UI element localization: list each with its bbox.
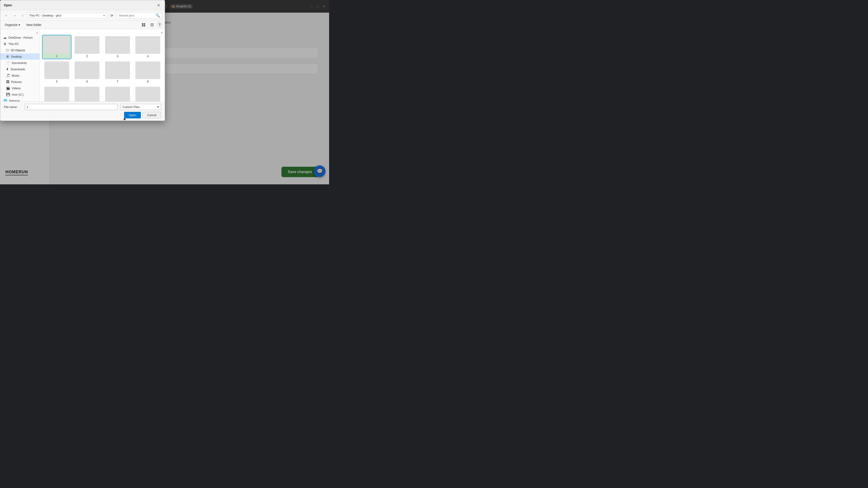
- sidebar-item-network[interactable]: 🌐 Network: [0, 98, 39, 101]
- downloads-label: Downloads: [11, 68, 25, 71]
- videos-label: Videos: [12, 87, 21, 90]
- 3dobjects-label: 3D Objects: [11, 48, 25, 52]
- thispc-icon: 🖥: [3, 42, 6, 46]
- file-label-2: 2: [86, 55, 88, 58]
- nav-up-button[interactable]: ↑: [20, 13, 25, 18]
- sidebar-item-thispc[interactable]: 🖥 This PC: [0, 41, 39, 47]
- filename-input[interactable]: [25, 104, 118, 110]
- sidebar-scroll-up-icon[interactable]: ▲: [36, 31, 38, 34]
- filename-row: File name: Custom Files: [4, 104, 161, 110]
- filetype-select[interactable]: Custom Files: [121, 104, 161, 110]
- breadcrumb-dropdown-icon[interactable]: ▾: [103, 14, 105, 17]
- svg-rect-3: [144, 23, 145, 25]
- svg-rect-7: [151, 25, 154, 25]
- view-controls: ?: [140, 22, 162, 28]
- nav-refresh-button[interactable]: ⟳: [109, 13, 115, 18]
- file-label-5: 5: [56, 80, 58, 83]
- files-scroll-up-icon[interactable]: ▲: [161, 31, 163, 33]
- file-thumb-4[interactable]: 4: [133, 35, 162, 59]
- nav-back-button[interactable]: ←: [3, 13, 10, 18]
- file-label-4: 4: [147, 55, 149, 58]
- file-thumb-2[interactable]: 2: [73, 35, 101, 59]
- nav-forward-button[interactable]: →: [11, 13, 18, 18]
- svg-rect-5: [144, 25, 145, 26]
- file-image-2: [74, 36, 99, 54]
- file-thumb-1[interactable]: 1: [42, 35, 71, 59]
- file-image-11: [105, 87, 130, 101]
- details-view-button[interactable]: [149, 22, 156, 28]
- sidebar-item-desktop[interactable]: 🖥 Desktop: [0, 53, 39, 60]
- dialog-actions-bar: Organize ▾ New folder ?: [0, 21, 165, 29]
- music-label: Music: [12, 74, 20, 77]
- file-thumb-11[interactable]: 11: [103, 86, 132, 101]
- sidebar-item-documents[interactable]: 📄 Documents: [0, 60, 39, 66]
- svg-rect-6: [151, 24, 154, 24]
- help-button[interactable]: ?: [157, 22, 162, 27]
- file-thumb-9[interactable]: 9: [42, 86, 71, 101]
- file-image-5: [44, 61, 69, 79]
- file-image-7: [105, 61, 130, 79]
- search-input[interactable]: [119, 14, 154, 17]
- dialog-title: Open: [4, 3, 12, 7]
- cancel-button[interactable]: Cancel: [143, 112, 161, 119]
- search-icon: 🔍: [156, 13, 160, 18]
- file-thumb-5[interactable]: 5: [42, 61, 71, 84]
- filename-label: File name:: [4, 105, 22, 109]
- sidebar-item-downloads[interactable]: ⬇ Downloads: [0, 66, 39, 72]
- desktop-icon: 🖥: [6, 55, 9, 58]
- file-dialog: Open ✕ ← → ↑ This PC › Desktop › pics ▾ …: [0, 0, 165, 121]
- dialog-buttons-row: Open Cancel: [4, 112, 161, 119]
- file-thumb-7[interactable]: 7: [103, 61, 132, 84]
- files-grid: 1 2 3 4 5: [41, 34, 163, 101]
- file-thumb-10[interactable]: 10: [73, 86, 101, 101]
- onedrive-label: OneDrive - Person: [8, 36, 33, 39]
- desktop-label: Desktop: [11, 55, 22, 58]
- pictures-icon: 🖼: [6, 80, 9, 84]
- file-thumb-6[interactable]: 6: [73, 61, 101, 84]
- new-folder-button[interactable]: New folder: [25, 22, 43, 28]
- file-dialog-overlay: Open ✕ ← → ↑ This PC › Desktop › pics ▾ …: [0, 0, 329, 184]
- file-thumb-8[interactable]: 8: [133, 61, 162, 84]
- videos-icon: 🎬: [6, 86, 10, 90]
- file-image-12: [135, 87, 160, 101]
- sidebar-item-videos[interactable]: 🎬 Videos: [0, 85, 39, 91]
- dialog-files-area: ▲ 1 2 3: [40, 29, 165, 101]
- organize-button[interactable]: Organize ▾: [3, 22, 22, 28]
- 3dobjects-icon: ⬡: [6, 48, 9, 52]
- sidebar-item-pictures[interactable]: 🖼 Pictures: [0, 78, 39, 85]
- file-label-6: 6: [86, 80, 88, 83]
- file-label-3: 3: [117, 55, 118, 58]
- file-image-4: [135, 36, 160, 54]
- dialog-toolbar: ← → ↑ This PC › Desktop › pics ▾ ⟳ 🔍: [0, 10, 165, 21]
- onedrive-icon: ☁: [3, 36, 6, 39]
- view-icon-button[interactable]: [140, 22, 147, 28]
- acer-label: Acer (C:): [12, 93, 24, 96]
- sidebar-item-3dobjects[interactable]: ⬡ 3D Objects: [0, 47, 39, 53]
- svg-rect-8: [151, 26, 154, 26]
- dialog-sidebar: ▲ ☁ OneDrive - Person 🖥 This PC ⬡ 3D Obj…: [0, 29, 40, 101]
- open-button[interactable]: Open: [124, 112, 141, 119]
- network-icon: 🌐: [3, 99, 7, 101]
- file-label-1: 1: [56, 55, 58, 58]
- downloads-icon: ⬇: [6, 67, 9, 71]
- breadcrumb-sep-1: ›: [40, 14, 41, 17]
- sidebar-item-onedrive[interactable]: ☁ OneDrive - Person: [0, 34, 39, 41]
- file-thumb-12[interactable]: 12: [133, 86, 162, 101]
- dialog-close-button[interactable]: ✕: [156, 2, 161, 8]
- file-label-7: 7: [117, 80, 118, 83]
- file-image-8: [135, 61, 160, 79]
- sidebar-item-music[interactable]: 🎵 Music: [0, 72, 39, 78]
- breadcrumb-sep-2: ›: [54, 14, 55, 17]
- svg-rect-2: [142, 23, 143, 25]
- documents-label: Documents: [12, 61, 27, 65]
- file-thumb-3[interactable]: 3: [103, 35, 132, 59]
- network-label: Network: [9, 99, 20, 102]
- file-label-8: 8: [147, 80, 149, 83]
- sidebar-item-acer[interactable]: 💾 Acer (C:): [0, 91, 39, 98]
- dialog-search-box: 🔍: [117, 12, 162, 19]
- breadcrumb-thispc: This PC: [29, 14, 39, 17]
- dialog-body: ▲ ☁ OneDrive - Person 🖥 This PC ⬡ 3D Obj…: [0, 29, 165, 101]
- file-image-6: [74, 61, 99, 79]
- dialog-breadcrumb: This PC › Desktop › pics ▾: [27, 13, 107, 18]
- pictures-label: Pictures: [11, 80, 22, 84]
